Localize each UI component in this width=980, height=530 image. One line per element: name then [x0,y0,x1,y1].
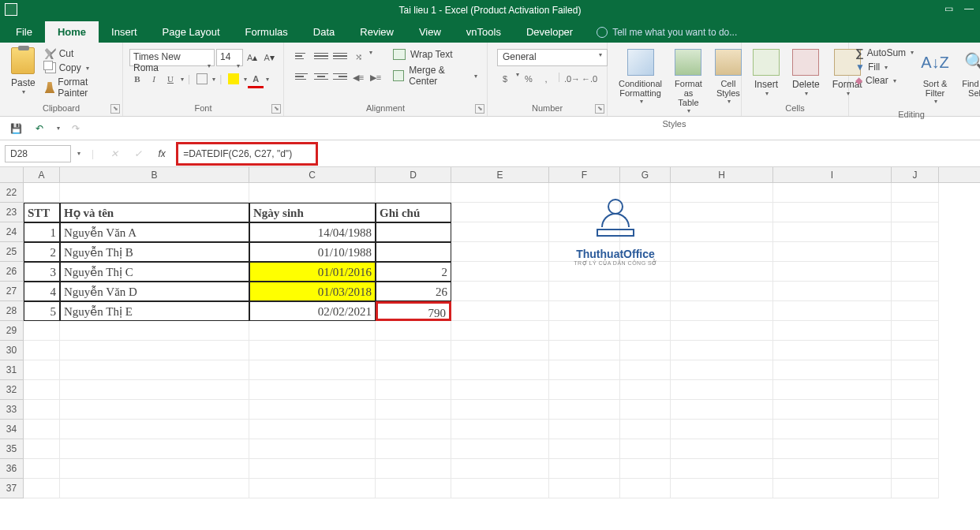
cell[interactable] [620,282,671,301]
cut-button[interactable]: Cut [43,47,116,60]
cell[interactable] [671,183,773,203]
tab-review[interactable]: Review [347,21,406,43]
cell[interactable] [24,321,60,341]
cell[interactable] [451,479,549,498]
cell[interactable] [451,400,549,420]
cell[interactable] [549,282,620,301]
row-header[interactable]: 36 [0,459,24,479]
tab-developer[interactable]: Developer [514,21,585,43]
cell[interactable] [451,242,549,262]
cell[interactable] [671,400,773,420]
cell[interactable] [249,479,376,498]
cell[interactable] [24,420,60,439]
row-header[interactable]: 26 [0,262,24,282]
cell[interactable] [671,380,773,400]
orientation-button[interactable]: ⤭ [350,49,366,65]
cell[interactable] [60,183,249,203]
cell[interactable] [376,439,451,459]
undo-button[interactable]: ↶ [32,121,47,136]
cell[interactable] [671,360,773,380]
increase-indent-button[interactable]: ▶≡ [368,69,383,85]
cell[interactable] [620,360,671,380]
cell[interactable] [549,439,620,459]
cell[interactable] [24,341,60,360]
decrease-decimal-button[interactable]: ←.0 [582,71,597,87]
cell[interactable] [24,439,60,459]
wrap-text-button[interactable]: Wrap Text [393,49,477,60]
percent-format-button[interactable]: % [521,71,537,87]
enter-formula-button[interactable]: ✓ [129,145,148,162]
find-select-button[interactable]: 🔍Find & Sel [956,46,980,101]
row-header[interactable]: 37 [0,479,24,498]
cell[interactable] [773,459,892,479]
cell[interactable] [892,301,939,321]
cell[interactable] [671,459,773,479]
cell[interactable] [549,400,620,420]
tab-file[interactable]: File [3,21,45,43]
col-header-E[interactable]: E [451,167,549,182]
cell[interactable] [249,341,376,360]
cell[interactable] [24,360,60,380]
cell[interactable] [549,321,620,341]
cell[interactable] [549,459,620,479]
fill-color-button[interactable] [226,71,241,87]
cell[interactable] [451,420,549,439]
number-launcher-icon[interactable]: ⬊ [595,104,604,114]
cell[interactable]: 5 [24,301,60,321]
cell[interactable]: 2 [24,242,60,262]
cell-header-stt[interactable]: STT [24,203,60,222]
cell[interactable] [671,479,773,498]
format-as-table-button[interactable]: Format as Table▾ [670,46,707,118]
row-header[interactable]: 32 [0,380,24,400]
cell[interactable]: 2 [376,262,451,282]
cell[interactable]: Nguyễn Văn A [60,222,249,242]
tab-view[interactable]: View [406,21,454,43]
worksheet[interactable]: A B C D E F G H I J 22 23STTHọ và tênNgà… [0,167,980,498]
cell[interactable] [60,321,249,341]
cell[interactable] [620,420,671,439]
copy-button[interactable]: Copy▾ [43,62,116,74]
underline-button[interactable]: U [163,71,178,87]
cell[interactable] [773,242,892,262]
minimize-icon[interactable]: — [964,3,974,14]
cell[interactable] [451,380,549,400]
cell[interactable]: 4 [24,282,60,301]
cell[interactable] [671,321,773,341]
cell[interactable] [24,400,60,420]
cell[interactable] [620,301,671,321]
cell[interactable] [60,400,249,420]
row-header[interactable]: 31 [0,360,24,380]
cell[interactable] [892,183,939,203]
row-header[interactable]: 28 [0,301,24,321]
cell[interactable] [620,400,671,420]
cell[interactable] [671,203,773,222]
align-top-button[interactable] [294,49,311,63]
font-launcher-icon[interactable]: ⬊ [271,104,281,114]
tab-page-layout[interactable]: Page Layout [150,21,233,43]
cell[interactable] [773,380,892,400]
cell[interactable] [620,459,671,479]
col-header-A[interactable]: A [24,167,60,182]
col-header-D[interactable]: D [376,167,451,182]
align-center-button[interactable] [312,69,330,84]
cell[interactable] [249,439,376,459]
sort-filter-button[interactable]: A↓ZSort & Filter▾ [917,46,953,108]
name-box-dropdown[interactable]: ▾ [77,150,80,157]
cell[interactable] [892,479,939,498]
row-header[interactable]: 27 [0,282,24,301]
cell[interactable] [549,420,620,439]
cell[interactable] [60,420,249,439]
cell[interactable] [549,301,620,321]
align-right-button[interactable] [331,69,349,84]
alignment-launcher-icon[interactable]: ⬊ [475,104,484,114]
cell[interactable]: 02/02/2021 [249,301,376,321]
row-header[interactable]: 22 [0,183,24,203]
cell[interactable] [451,341,549,360]
cell[interactable] [549,380,620,400]
cell[interactable] [376,400,451,420]
autosum-button[interactable]: ∑AutoSum▾ [855,46,914,59]
cell[interactable] [773,222,892,242]
cell[interactable] [60,360,249,380]
cell[interactable] [892,203,939,222]
cell[interactable] [24,380,60,400]
